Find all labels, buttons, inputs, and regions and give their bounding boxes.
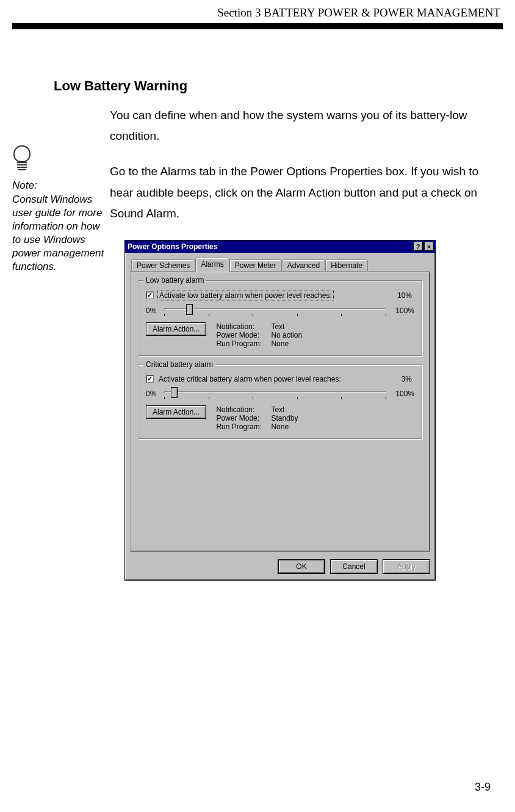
critical-alarm-slider[interactable]	[164, 388, 386, 399]
tab-alarms[interactable]: Alarms	[195, 258, 229, 272]
low-slider-min-label: 0%	[146, 306, 160, 315]
critical-battery-legend: Critical battery alarm	[143, 360, 215, 369]
dialog-button-row: OK Cancel Apply	[125, 554, 435, 580]
crit-run-label: Run Program:	[216, 422, 271, 431]
tab-power-meter[interactable]: Power Meter	[229, 259, 282, 272]
low-alarm-action-button[interactable]: Alarm Action...	[146, 322, 206, 336]
page-number: 3-9	[475, 781, 491, 794]
tab-advanced[interactable]: Advanced	[282, 259, 325, 272]
crit-notif-label: Notification:	[216, 405, 271, 414]
crit-slider-max-label: 100%	[390, 390, 414, 398]
tab-hibernate[interactable]: Hibernate	[325, 259, 368, 272]
tab-power-schemes[interactable]: Power Schemes	[131, 259, 195, 272]
low-battery-legend: Low battery alarm	[143, 276, 206, 285]
crit-slider-min-label: 0%	[146, 390, 160, 398]
low-alarm-percent: 10%	[397, 291, 414, 300]
page-heading: Low Battery Warning	[54, 78, 503, 94]
critical-alarm-percent: 3%	[402, 375, 414, 383]
crit-mode-value: Standby	[271, 414, 320, 422]
crit-notif-value: Text	[271, 405, 320, 414]
crit-mode-label: Power Mode:	[216, 414, 271, 422]
note-label: Note:	[12, 179, 110, 192]
dialog-titlebar[interactable]: Power Options Properties ? ×	[125, 241, 435, 253]
section-header: Section 3 BATTERY POWER & POWER MANAGEME…	[12, 6, 503, 20]
critical-alarm-label: Activate critical battery alarm when pow…	[157, 375, 342, 383]
low-run-value: None	[271, 339, 320, 348]
cancel-button[interactable]: Cancel	[330, 559, 378, 574]
low-alarm-label: Activate low battery alarm when power le…	[157, 291, 334, 300]
critical-alarm-checkbox[interactable]: ✓	[146, 375, 154, 383]
power-options-dialog: Power Options Properties ? × Power Schem…	[124, 240, 436, 581]
low-run-label: Run Program:	[216, 339, 271, 348]
alarms-pane: Low battery alarm ✓ Activate low battery…	[130, 271, 430, 552]
low-mode-value: No action	[271, 331, 320, 339]
ok-button[interactable]: OK	[278, 559, 325, 574]
margin-note: Note: Consult Windows user guide for mor…	[12, 78, 110, 274]
low-battery-group: Low battery alarm ✓ Activate low battery…	[138, 280, 422, 356]
low-alarm-status: Notification:Text Power Mode:No action R…	[216, 322, 320, 348]
dialog-title: Power Options Properties	[128, 242, 412, 251]
critical-alarm-action-button[interactable]: Alarm Action...	[146, 405, 206, 419]
low-slider-max-label: 100%	[390, 306, 414, 315]
crit-run-value: None	[271, 422, 320, 431]
low-notif-label: Notification:	[216, 322, 271, 331]
low-alarm-checkbox[interactable]: ✓	[146, 291, 154, 299]
tab-strip: Power Schemes Alarms Power Meter Advance…	[131, 258, 430, 271]
help-button[interactable]: ?	[413, 242, 423, 251]
low-notif-value: Text	[271, 322, 320, 331]
low-alarm-slider[interactable]	[164, 305, 386, 316]
body-paragraph-2: Go to the Alarms tab in the Power Option…	[110, 161, 503, 224]
body-paragraph-1: You can define when and how the system w…	[110, 105, 503, 147]
critical-alarm-status: Notification:Text Power Mode:Standby Run…	[216, 405, 320, 431]
note-text: Consult Windows user guide for more info…	[12, 193, 110, 274]
lightbulb-icon	[12, 145, 33, 176]
close-button[interactable]: ×	[424, 242, 434, 251]
low-mode-label: Power Mode:	[216, 331, 271, 339]
apply-button[interactable]: Apply	[383, 559, 430, 574]
header-rule	[12, 23, 503, 29]
critical-battery-group: Critical battery alarm ✓ Activate critic…	[138, 364, 422, 439]
